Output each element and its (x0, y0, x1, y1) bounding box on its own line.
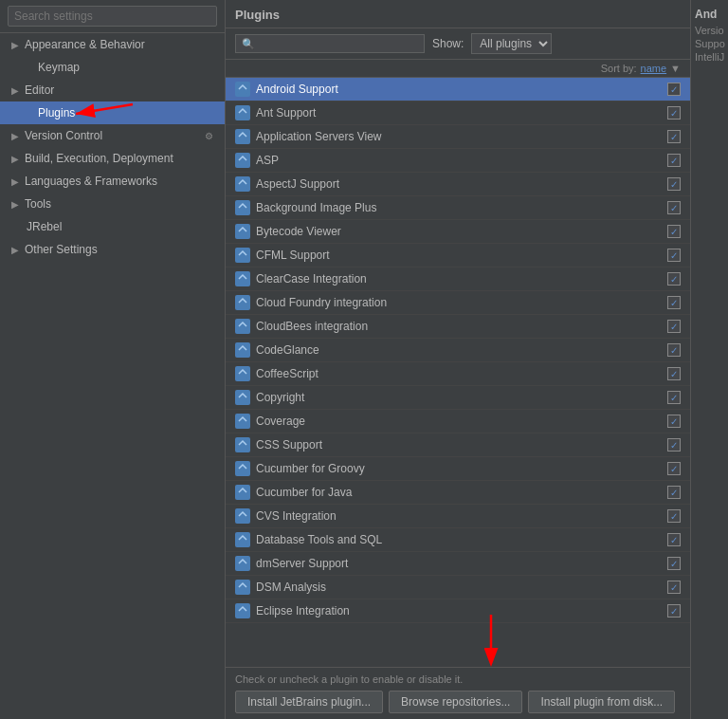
plugin-row[interactable]: Cloud Foundry integration (226, 291, 690, 315)
sidebar-label-plugins: Plugins (38, 106, 213, 120)
plugin-row[interactable]: CVS Integration (226, 505, 690, 528)
plugins-search-box: 🔍 (235, 34, 425, 53)
plugin-checkbox[interactable] (667, 154, 681, 167)
plugin-row[interactable]: CodeGlance (226, 339, 690, 362)
plugins-search-input[interactable] (259, 37, 410, 50)
sidebar-item-keymap[interactable]: Keymap (0, 56, 225, 79)
plugin-checkbox[interactable] (667, 604, 681, 618)
plugin-icon (235, 200, 250, 215)
install-jetbrains-button[interactable]: Install JetBrains plugin... (235, 691, 383, 713)
search-icon: 🔍 (242, 38, 255, 50)
sidebar-arrow-languages: ▶ (11, 176, 19, 187)
plugin-row[interactable]: Bytecode Viewer (226, 220, 690, 244)
plugin-checkbox[interactable] (667, 249, 681, 262)
sidebar-items-list: ▶Appearance & BehaviorKeymap▶EditorPlugi… (0, 33, 225, 261)
plugin-row[interactable]: Copyright (226, 386, 690, 410)
plugin-icon (235, 485, 250, 500)
bottom-bar: Check or uncheck a plugin to enable or d… (226, 667, 690, 719)
plugin-row[interactable]: ClearCase Integration (226, 267, 690, 291)
plugin-icon (235, 414, 250, 429)
plugin-row[interactable]: dmServer Support (226, 552, 690, 576)
plugin-name: ASP (256, 154, 662, 167)
plugin-checkbox[interactable] (667, 272, 681, 286)
sidebar-label-tools: Tools (25, 197, 213, 211)
sidebar-label-version-control: Version Control (25, 129, 201, 142)
plugin-row[interactable]: CloudBees integration (226, 315, 690, 339)
plugin-checkbox[interactable] (667, 343, 681, 357)
sidebar-item-other[interactable]: ▶Other Settings (0, 238, 225, 261)
plugin-checkbox[interactable] (667, 391, 681, 404)
plugin-name: ClearCase Integration (256, 272, 662, 286)
right-panel-support: Suppo (695, 38, 724, 49)
plugin-checkbox[interactable] (667, 557, 681, 570)
sidebar-item-languages[interactable]: ▶Languages & Frameworks (0, 170, 225, 193)
plugin-checkbox[interactable] (667, 581, 681, 594)
plugin-checkbox[interactable] (667, 509, 681, 523)
plugin-checkbox[interactable] (667, 130, 681, 143)
plugin-icon (235, 532, 250, 547)
plugin-name: Database Tools and SQL (256, 533, 662, 546)
bottom-note: Check or uncheck a plugin to enable or d… (235, 673, 681, 685)
plugin-icon (235, 556, 250, 571)
plugin-icon (235, 437, 250, 452)
show-label: Show: (432, 37, 464, 50)
plugin-icon (235, 461, 250, 476)
plugin-row[interactable]: Coverage (226, 410, 690, 433)
plugin-row[interactable]: Application Servers View (226, 125, 690, 149)
plugin-checkbox[interactable] (667, 106, 681, 120)
plugin-row[interactable]: CoffeeScript (226, 362, 690, 386)
plugin-row[interactable]: CFML Support (226, 244, 690, 267)
plugin-checkbox[interactable] (667, 486, 681, 499)
sidebar-item-editor[interactable]: ▶Editor (0, 79, 225, 101)
plugin-row[interactable]: Database Tools and SQL (226, 528, 690, 552)
plugin-checkbox[interactable] (667, 296, 681, 309)
sort-by-name[interactable]: name (641, 63, 667, 74)
plugin-row[interactable]: Eclipse Integration (226, 599, 690, 623)
plugin-row[interactable]: CSS Support (226, 433, 690, 457)
sidebar-item-appearance[interactable]: ▶Appearance & Behavior (0, 33, 225, 56)
show-select[interactable]: All pluginsEnabledDisabledBundledCustom (471, 33, 552, 54)
plugin-row[interactable]: DSM Analysis (226, 576, 690, 599)
plugin-row[interactable]: Android Support (226, 78, 690, 101)
plugin-name: Ant Support (256, 106, 662, 120)
plugin-checkbox[interactable] (667, 201, 681, 214)
plugin-name: DSM Analysis (256, 581, 662, 594)
install-disk-button[interactable]: Install plugin from disk... (528, 691, 675, 713)
sidebar-item-tools[interactable]: ▶Tools (0, 193, 225, 215)
sidebar-item-plugins[interactable]: Plugins (0, 101, 225, 124)
plugin-checkbox[interactable] (667, 533, 681, 546)
plugin-icon (235, 295, 250, 310)
sidebar: ▶Appearance & BehaviorKeymap▶EditorPlugi… (0, 0, 226, 719)
plugin-checkbox[interactable] (667, 83, 681, 96)
plugin-checkbox[interactable] (667, 367, 681, 380)
plugin-checkbox[interactable] (667, 320, 681, 333)
plugin-row[interactable]: Background Image Plus (226, 196, 690, 220)
plugin-icon (235, 153, 250, 168)
plugin-row[interactable]: ASP (226, 149, 690, 173)
browse-repos-button[interactable]: Browse repositories... (389, 691, 522, 713)
plugin-row[interactable]: Cucumber for Java (226, 481, 690, 505)
plugin-icon (235, 390, 250, 405)
plugin-checkbox[interactable] (667, 438, 681, 452)
sidebar-item-build[interactable]: ▶Build, Execution, Deployment (0, 147, 225, 170)
plugin-row[interactable]: AspectJ Support (226, 173, 690, 196)
plugin-checkbox[interactable] (667, 177, 681, 191)
plugin-checkbox[interactable] (667, 225, 681, 238)
sidebar-label-languages: Languages & Frameworks (25, 175, 213, 188)
sidebar-search-input[interactable] (8, 6, 217, 27)
plugin-checkbox[interactable] (667, 415, 681, 428)
plugin-checkbox[interactable] (667, 462, 681, 475)
sidebar-arrow-other: ▶ (11, 245, 19, 255)
sidebar-label-other: Other Settings (25, 243, 213, 256)
plugin-icon (235, 603, 250, 618)
plugin-list: Android SupportAnt SupportApplication Se… (226, 78, 690, 667)
sidebar-item-jrebel[interactable]: JRebel (0, 215, 225, 238)
plugin-name: Bytecode Viewer (256, 225, 662, 238)
plugins-panel: Plugins 🔍 Show: All pluginsEnabledDisabl… (226, 0, 690, 719)
plugin-name: CSS Support (256, 438, 662, 452)
plugin-name: CodeGlance (256, 343, 662, 357)
plugin-icon (235, 176, 250, 192)
sidebar-item-version-control[interactable]: ▶Version Control⚙ (0, 124, 225, 147)
plugin-row[interactable]: Ant Support (226, 101, 690, 125)
plugin-row[interactable]: Cucumber for Groovy (226, 457, 690, 481)
